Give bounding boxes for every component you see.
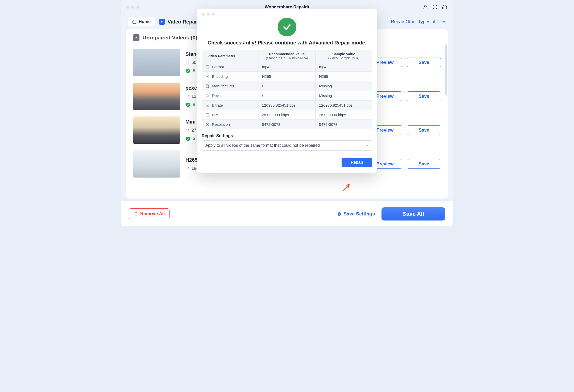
param-recommended: 5472*3078 (258, 120, 316, 129)
svg-marker-24 (366, 145, 368, 146)
table-row: Formatmp4mp4 (202, 62, 372, 71)
svg-point-2 (434, 7, 434, 7)
svg-point-0 (424, 5, 426, 7)
table-row: Bitrate120930.825451 bps120930.825451 bp… (202, 100, 372, 110)
save-button[interactable]: Save (407, 159, 441, 169)
video-thumbnail[interactable] (133, 150, 180, 178)
param-label: Format (202, 62, 258, 71)
chevron-down-icon (366, 144, 369, 147)
param-label: Resolution (202, 120, 258, 129)
window-controls (126, 6, 139, 9)
col-sample: Sample Value (Video_Sample.MP4) (316, 50, 372, 62)
breadcrumb-label: Video Repair (168, 19, 198, 25)
param-label: Bitrate (202, 101, 258, 110)
modal-zoom-dot[interactable] (212, 13, 215, 16)
save-button[interactable]: Save (407, 125, 441, 135)
file-size: 12. (185, 94, 198, 99)
svg-point-4 (436, 7, 436, 7)
home-label: Home (139, 19, 151, 24)
svg-marker-15 (337, 212, 341, 216)
param-recommended: 25.000000 kbps (258, 110, 316, 119)
user-icon[interactable] (422, 4, 428, 10)
save-settings-link[interactable]: Save Settings (336, 211, 375, 217)
remove-all-button[interactable]: Remove All (129, 208, 170, 219)
table-row: Device/Missing (202, 91, 372, 100)
video-thumbnail[interactable] (133, 116, 180, 144)
video-thumbnail[interactable] (133, 83, 180, 110)
zoom-window-dot[interactable] (136, 6, 139, 9)
param-recommended: / (258, 91, 316, 100)
param-sample: 5472*3078 (316, 120, 372, 129)
table-row: Resolution5472*30785472*3078 (202, 119, 372, 129)
table-row: EncodingH265H265 (202, 71, 372, 81)
parameter-table: Video Parameter Recommended Value (Stand… (202, 50, 372, 129)
svg-rect-19 (206, 85, 208, 88)
svg-rect-17 (206, 65, 209, 68)
section-title: Unrepaired Videos (0) (142, 35, 197, 41)
svg-point-3 (435, 7, 435, 7)
bottom-bar: Remove All Save Settings Save All (121, 201, 453, 226)
svg-rect-20 (206, 95, 208, 97)
param-sample: mp4 (316, 62, 372, 71)
table-row: Manufacturer/Missing (202, 81, 372, 91)
file-size: 60 (185, 60, 196, 65)
param-label: Encoding (202, 72, 258, 81)
svg-point-16 (338, 213, 340, 214)
save-settings-label: Save Settings (343, 211, 375, 217)
param-recommended: H265 (258, 72, 316, 81)
remove-all-label: Remove All (140, 211, 165, 216)
param-label: FPS (202, 110, 258, 119)
col-recommended: Recommended Value (Standard Col...K-hevc… (258, 50, 316, 62)
repair-button[interactable]: Repair (342, 158, 372, 167)
video-thumbnail[interactable] (133, 49, 180, 76)
param-recommended: mp4 (258, 62, 316, 71)
modal-minimize-dot[interactable] (207, 13, 210, 16)
svg-marker-8 (136, 37, 137, 39)
col-parameter: Video Parameter (202, 50, 258, 62)
repair-settings-select[interactable]: Apply to all videos of the same format t… (202, 140, 372, 151)
breadcrumb-video-repair: Video Repair (159, 19, 198, 25)
close-window-dot[interactable] (126, 6, 129, 9)
repair-settings-label: Repair Settings (202, 133, 372, 138)
param-sample: H265 (316, 72, 372, 81)
param-sample: 120930.825451 bps (316, 101, 372, 110)
save-button[interactable]: Save (407, 58, 441, 67)
support-icon[interactable] (442, 4, 448, 10)
param-sample: Missing (316, 91, 372, 100)
minimize-window-dot[interactable] (131, 6, 134, 9)
param-label: Manufacturer (202, 81, 258, 91)
success-check-icon (278, 18, 296, 36)
scrollbar[interactable] (445, 44, 447, 95)
file-size: 27 (185, 128, 196, 133)
advanced-repair-modal: Check successfully! Please continue with… (197, 9, 377, 173)
modal-window-controls (197, 9, 377, 16)
home-button[interactable]: Home (128, 17, 155, 27)
app-window: Wondershare Repairit Home Video Repair R… (121, 0, 453, 226)
chat-icon[interactable] (432, 4, 438, 10)
param-label: Device (202, 91, 258, 100)
video-list-icon (133, 34, 139, 41)
video-repair-icon (159, 19, 165, 25)
modal-headline: Check successfully! Please continue with… (197, 40, 377, 46)
svg-rect-5 (442, 7, 443, 9)
param-sample: 25.000000 kbps (316, 110, 372, 119)
param-recommended: / (258, 81, 316, 91)
svg-marker-7 (161, 21, 163, 23)
table-row: FPS25.000000 kbps25.000000 kbps (202, 110, 372, 119)
svg-rect-6 (446, 7, 447, 9)
repair-other-types-link[interactable]: Repair Other Types of Files (391, 19, 446, 24)
save-button[interactable]: Save (407, 91, 441, 101)
param-sample: Missing (316, 81, 372, 91)
save-all-button[interactable]: Save All (381, 207, 445, 220)
modal-close-dot[interactable] (202, 13, 205, 16)
repair-settings-value: Apply to all videos of the same format t… (205, 143, 320, 148)
param-recommended: 120930.825451 bps (258, 101, 316, 110)
